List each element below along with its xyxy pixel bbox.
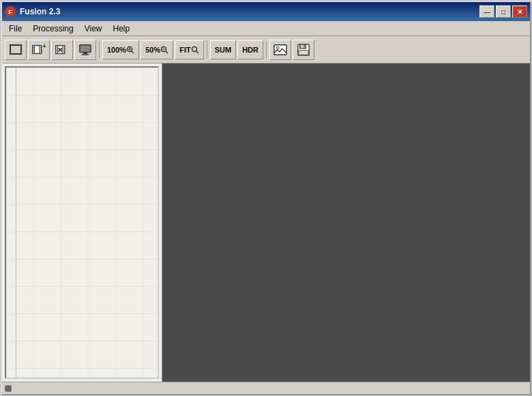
sum-label: SUM xyxy=(215,46,231,54)
title-bar-left: F Fusion 2.3 xyxy=(5,6,60,17)
toolbar-sep-2 xyxy=(207,41,207,59)
svg-rect-35 xyxy=(301,44,304,48)
toolbar: + 100% xyxy=(2,36,530,63)
add-frame-icon: + xyxy=(32,43,46,57)
save-button[interactable] xyxy=(293,40,314,60)
svg-text:F: F xyxy=(8,9,12,16)
main-content xyxy=(2,63,530,382)
menu-processing[interactable]: Processing xyxy=(27,21,78,36)
display-button[interactable] xyxy=(74,40,96,60)
svg-rect-2 xyxy=(10,45,21,54)
svg-rect-14 xyxy=(56,45,58,53)
hdr-label: HDR xyxy=(242,46,258,54)
svg-rect-19 xyxy=(83,52,87,54)
left-panel xyxy=(2,63,162,382)
zoom-in-icon xyxy=(126,46,134,54)
status-indicator xyxy=(5,385,12,392)
svg-point-29 xyxy=(192,46,196,51)
main-view[interactable] xyxy=(162,63,530,382)
title-bar: F Fusion 2.3 — □ ✕ xyxy=(2,2,530,21)
zoom-out-icon xyxy=(160,46,168,54)
zoom-fit-label: FIT xyxy=(179,46,191,54)
toolbar-sep-1 xyxy=(99,41,100,59)
add-frame-button[interactable]: + xyxy=(28,40,50,60)
save-icon xyxy=(297,43,310,57)
main-window: F Fusion 2.3 — □ ✕ File Processing View … xyxy=(1,1,531,395)
window-title: Fusion 2.3 xyxy=(20,7,60,16)
svg-point-32 xyxy=(277,46,280,49)
svg-rect-5 xyxy=(40,45,42,53)
zoom-fit-icon xyxy=(191,46,199,54)
select-button[interactable] xyxy=(5,40,27,60)
zoom-100-button[interactable]: 100% xyxy=(102,40,139,59)
svg-rect-21 xyxy=(80,45,91,51)
menu-bar: File Processing View Help xyxy=(2,21,530,36)
image-button[interactable] xyxy=(269,40,291,60)
remove-frame-icon xyxy=(55,43,69,57)
svg-text:+: + xyxy=(42,43,46,50)
status-bar xyxy=(2,382,530,394)
svg-rect-31 xyxy=(274,44,286,55)
svg-rect-36 xyxy=(299,50,309,54)
svg-rect-20 xyxy=(82,54,89,55)
menu-file[interactable]: File xyxy=(3,21,27,36)
svg-line-27 xyxy=(166,51,168,53)
zoom-fit-button[interactable]: FIT xyxy=(175,40,204,59)
menu-view[interactable]: View xyxy=(79,21,108,36)
toolbar-sep-3 xyxy=(266,41,267,59)
svg-rect-4 xyxy=(33,45,35,53)
title-bar-buttons: — □ ✕ xyxy=(479,5,527,18)
hdr-button[interactable]: HDR xyxy=(237,40,263,59)
filmstrip-grid xyxy=(6,68,158,378)
sum-button[interactable]: SUM xyxy=(210,40,236,59)
filmstrip-area[interactable] xyxy=(5,66,159,379)
zoom-100-label: 100% xyxy=(107,46,126,54)
image-icon xyxy=(274,43,287,57)
zoom-50-button[interactable]: 50% xyxy=(141,40,173,59)
svg-line-30 xyxy=(196,51,198,53)
app-icon: F xyxy=(5,6,16,17)
remove-frame-button[interactable] xyxy=(51,40,73,60)
svg-rect-15 xyxy=(63,45,65,53)
zoom-50-label: 50% xyxy=(145,46,160,54)
select-icon xyxy=(9,43,23,57)
close-button[interactable]: ✕ xyxy=(512,5,527,18)
minimize-button[interactable]: — xyxy=(479,5,494,18)
svg-line-23 xyxy=(132,51,134,53)
monitor-icon xyxy=(78,43,92,57)
menu-help[interactable]: Help xyxy=(108,21,136,36)
maximize-button[interactable]: □ xyxy=(496,5,511,18)
